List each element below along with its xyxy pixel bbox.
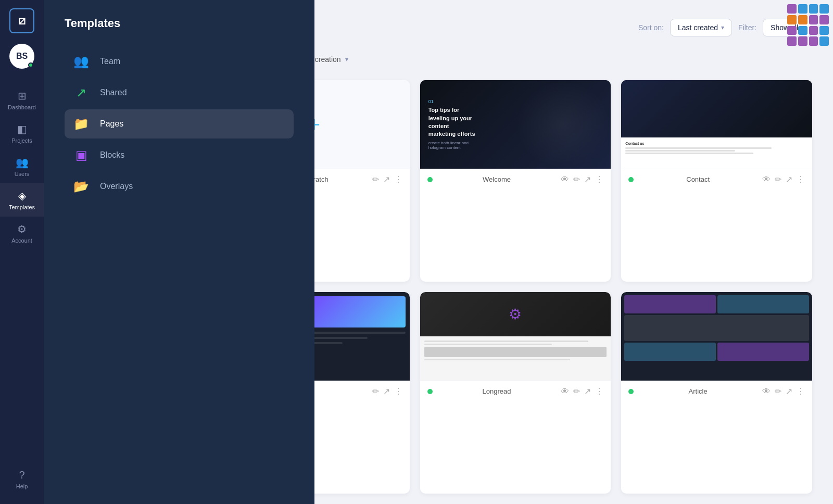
status-dot bbox=[628, 389, 634, 394]
preview-icon[interactable]: 👁 bbox=[561, 387, 569, 396]
card-thumb-contact: Contact us bbox=[621, 80, 812, 169]
dropdown-overlay: Templates 👥 Team ↗ Shared 📁 Pages ▣ Bloc… bbox=[44, 0, 314, 504]
card-actions-article: 👁 ✏ ↗ ⋮ bbox=[762, 386, 805, 396]
nav-users[interactable]: 👥 Users bbox=[0, 150, 44, 183]
template-card-contact: Contact us Contact 👁 ✏ ↗ ⋮ bbox=[621, 80, 812, 282]
overlays-icon: 📂 bbox=[73, 179, 90, 194]
card-name-welcome: Welcome bbox=[438, 175, 556, 183]
pages-icon: 📁 bbox=[73, 117, 90, 131]
shared-icon: ↗ bbox=[73, 85, 90, 100]
more-icon[interactable]: ⋮ bbox=[595, 174, 603, 184]
share-icon[interactable]: ↗ bbox=[383, 386, 390, 396]
deco-cell bbox=[809, 15, 818, 24]
deco-cell bbox=[787, 15, 797, 24]
deco-cell bbox=[787, 36, 797, 46]
card-thumb-longread: ⚙ bbox=[420, 292, 611, 381]
more-icon[interactable]: ⋮ bbox=[595, 386, 603, 396]
nav-dashboard[interactable]: ⊞ Dashboard bbox=[0, 83, 44, 117]
preview-icon[interactable]: 👁 bbox=[762, 175, 771, 184]
deco-cell bbox=[798, 4, 807, 14]
sort-label: Sort on: bbox=[638, 23, 664, 32]
deco-cell bbox=[809, 26, 818, 35]
status-dot bbox=[427, 389, 433, 394]
overlay-title: Templates bbox=[65, 17, 294, 30]
card-footer-welcome: Welcome 👁 ✏ ↗ ⋮ bbox=[420, 169, 611, 190]
card-name-contact: Contact bbox=[639, 175, 757, 183]
deco-cell bbox=[798, 26, 807, 35]
deco-cell bbox=[819, 15, 829, 24]
team-icon: 👥 bbox=[73, 54, 90, 69]
overlay-item-team[interactable]: 👥 Team bbox=[65, 47, 294, 76]
card-footer-article: Article 👁 ✏ ↗ ⋮ bbox=[621, 381, 812, 401]
promo-chevron-icon: ▾ bbox=[345, 56, 348, 63]
status-dot bbox=[427, 177, 433, 182]
deco-cell bbox=[819, 36, 829, 46]
deco-cell bbox=[819, 26, 829, 35]
template-card-welcome: 01 Top tips forleveling up yourcontentma… bbox=[420, 80, 611, 282]
deco-cell bbox=[787, 26, 797, 35]
main-controls: Sort on: Last created ▾ Filter: Show all… bbox=[638, 19, 812, 36]
card-actions-welcome: 👁 ✏ ↗ ⋮ bbox=[561, 174, 603, 184]
share-icon[interactable]: ↗ bbox=[786, 174, 792, 184]
more-icon[interactable]: ⋮ bbox=[797, 386, 805, 396]
edit-icon[interactable]: ✏ bbox=[775, 386, 781, 396]
card-footer-longread: Longread 👁 ✏ ↗ ⋮ bbox=[420, 381, 611, 401]
card-name-longread: Longread bbox=[438, 387, 556, 395]
deco-cell bbox=[819, 4, 829, 14]
preview-icon[interactable]: 👁 bbox=[561, 175, 569, 184]
card-actions-longread: 👁 ✏ ↗ ⋮ bbox=[561, 386, 603, 396]
share-icon[interactable]: ↗ bbox=[584, 174, 591, 184]
share-icon[interactable]: ↗ bbox=[786, 386, 792, 396]
template-card-article: Article 👁 ✏ ↗ ⋮ bbox=[621, 292, 812, 494]
edit-icon[interactable]: ✏ bbox=[372, 174, 379, 184]
app-logo: ⧄ bbox=[9, 8, 34, 33]
share-icon[interactable]: ↗ bbox=[584, 386, 591, 396]
overlay-item-pages[interactable]: 📁 Pages bbox=[65, 109, 294, 138]
edit-icon[interactable]: ✏ bbox=[775, 174, 781, 184]
deco-cell bbox=[809, 4, 818, 14]
card-name-article: Article bbox=[639, 387, 757, 395]
nav-account[interactable]: ⚙ Account bbox=[0, 217, 44, 250]
icon-bar: ⧄ BS ⊞ Dashboard ◧ Projects 👥 Users ◈ Te… bbox=[0, 0, 44, 504]
overlay-item-shared[interactable]: ↗ Shared bbox=[65, 78, 294, 107]
edit-icon[interactable]: ✏ bbox=[573, 174, 580, 184]
deco-cell bbox=[787, 4, 797, 14]
share-icon[interactable]: ↗ bbox=[383, 174, 390, 184]
help-icon: ? bbox=[19, 469, 24, 481]
blocks-icon: ▣ bbox=[73, 148, 90, 162]
card-footer-contact: Contact 👁 ✏ ↗ ⋮ bbox=[621, 169, 812, 190]
deco-grid bbox=[787, 4, 829, 46]
card-thumb-article bbox=[621, 292, 812, 381]
avatar[interactable]: BS bbox=[9, 44, 34, 69]
sort-chevron-icon: ▾ bbox=[721, 24, 724, 31]
card-actions-metrics: ✏ ↗ ⋮ bbox=[372, 386, 402, 396]
sort-dropdown[interactable]: Last created ▾ bbox=[670, 19, 732, 36]
card-actions-scratch: ✏ ↗ ⋮ bbox=[372, 174, 402, 184]
overlay-item-overlays[interactable]: 📂 Overlays bbox=[65, 172, 294, 201]
nav-projects[interactable]: ◧ Projects bbox=[0, 117, 44, 150]
edit-icon[interactable]: ✏ bbox=[573, 386, 580, 396]
deco-cell bbox=[798, 15, 807, 24]
template-card-longread: ⚙ Longread 👁 ✏ ↗ ⋮ bbox=[420, 292, 611, 494]
users-icon: 👥 bbox=[16, 156, 29, 169]
account-icon: ⚙ bbox=[17, 223, 27, 235]
card-thumb-welcome: 01 Top tips forleveling up yourcontentma… bbox=[420, 80, 611, 169]
more-icon[interactable]: ⋮ bbox=[394, 174, 402, 184]
nav-help[interactable]: ? Help bbox=[0, 463, 44, 496]
templates-icon: ◈ bbox=[18, 190, 26, 202]
card-actions-contact: 👁 ✏ ↗ ⋮ bbox=[762, 174, 805, 184]
deco-cell bbox=[809, 36, 818, 46]
more-icon[interactable]: ⋮ bbox=[394, 386, 402, 396]
overlay-item-blocks[interactable]: ▣ Blocks bbox=[65, 141, 294, 170]
status-dot bbox=[628, 177, 634, 182]
projects-icon: ◧ bbox=[17, 123, 27, 135]
deco-cell bbox=[798, 36, 807, 46]
filter-label: Filter: bbox=[738, 23, 756, 32]
online-indicator bbox=[28, 62, 33, 68]
preview-icon[interactable]: 👁 bbox=[762, 387, 771, 396]
edit-icon[interactable]: ✏ bbox=[372, 386, 379, 396]
more-icon[interactable]: ⋮ bbox=[797, 174, 805, 184]
nav-templates[interactable]: ◈ Templates bbox=[0, 183, 44, 217]
dashboard-icon: ⊞ bbox=[18, 90, 27, 102]
